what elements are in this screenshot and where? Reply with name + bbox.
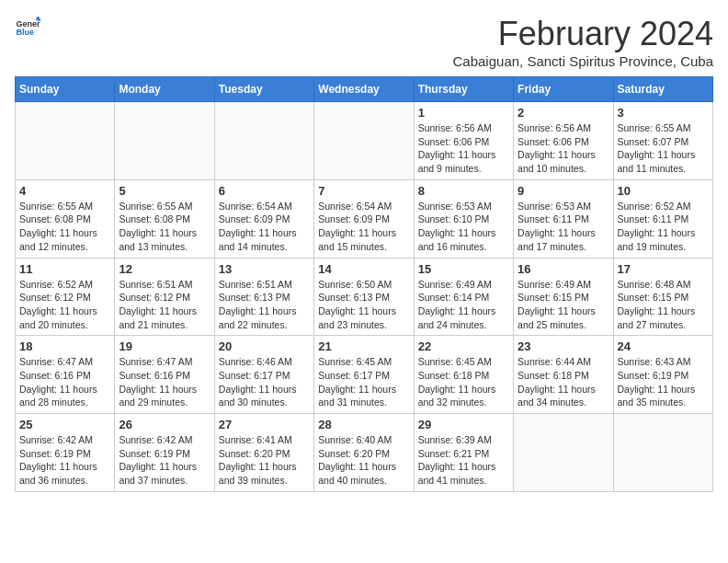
day-number: 12 [119, 262, 210, 276]
day-info: Sunrise: 6:54 AM Sunset: 6:09 PM Dayligh… [318, 200, 409, 254]
day-info: Sunrise: 6:56 AM Sunset: 6:06 PM Dayligh… [518, 121, 609, 176]
day-info: Sunrise: 6:51 AM Sunset: 6:13 PM Dayligh… [219, 278, 310, 332]
day-info: Sunrise: 6:55 AM Sunset: 6:07 PM Dayligh… [618, 121, 709, 176]
calendar-cell: 9Sunrise: 6:53 AM Sunset: 6:11 PM Daylig… [514, 179, 613, 258]
calendar-cell: 1Sunrise: 6:56 AM Sunset: 6:06 PM Daylig… [414, 102, 513, 180]
day-number: 20 [219, 339, 310, 353]
day-info: Sunrise: 6:49 AM Sunset: 6:15 PM Dayligh… [518, 278, 609, 332]
day-info: Sunrise: 6:55 AM Sunset: 6:08 PM Dayligh… [119, 200, 210, 254]
calendar-cell: 19Sunrise: 6:47 AM Sunset: 6:16 PM Dayli… [115, 336, 214, 414]
logo: General Blue [15, 15, 40, 40]
day-info: Sunrise: 6:50 AM Sunset: 6:13 PM Dayligh… [318, 278, 409, 332]
week-row-2: 4Sunrise: 6:55 AM Sunset: 6:08 PM Daylig… [16, 179, 713, 258]
day-info: Sunrise: 6:56 AM Sunset: 6:06 PM Dayligh… [418, 121, 509, 176]
day-info: Sunrise: 6:40 AM Sunset: 6:20 PM Dayligh… [318, 433, 409, 488]
weekday-header-thursday: Thursday [414, 77, 513, 102]
week-row-1: 1Sunrise: 6:56 AM Sunset: 6:06 PM Daylig… [16, 102, 713, 180]
day-number: 13 [219, 262, 310, 276]
day-number: 1 [418, 106, 509, 120]
day-number: 19 [119, 339, 210, 353]
logo-icon: General Blue [15, 15, 40, 40]
day-info: Sunrise: 6:51 AM Sunset: 6:12 PM Dayligh… [119, 278, 210, 332]
day-info: Sunrise: 6:39 AM Sunset: 6:21 PM Dayligh… [418, 433, 509, 488]
day-number: 26 [119, 418, 210, 431]
calendar-cell: 16Sunrise: 6:49 AM Sunset: 6:15 PM Dayli… [514, 258, 613, 336]
calendar-cell: 5Sunrise: 6:55 AM Sunset: 6:08 PM Daylig… [115, 179, 214, 258]
day-number: 8 [418, 184, 509, 198]
calendar-cell: 22Sunrise: 6:45 AM Sunset: 6:18 PM Dayli… [414, 336, 513, 414]
day-info: Sunrise: 6:41 AM Sunset: 6:20 PM Dayligh… [219, 433, 310, 488]
weekday-header-tuesday: Tuesday [214, 77, 313, 102]
day-info: Sunrise: 6:53 AM Sunset: 6:11 PM Dayligh… [518, 200, 609, 254]
day-number: 5 [119, 184, 210, 198]
calendar-cell: 12Sunrise: 6:51 AM Sunset: 6:12 PM Dayli… [115, 258, 214, 336]
calendar-cell: 26Sunrise: 6:42 AM Sunset: 6:19 PM Dayli… [115, 414, 214, 492]
day-info: Sunrise: 6:52 AM Sunset: 6:11 PM Dayligh… [618, 200, 709, 254]
weekday-header-friday: Friday [514, 77, 613, 102]
day-number: 16 [518, 262, 609, 276]
weekday-header-sunday: Sunday [16, 77, 115, 102]
day-info: Sunrise: 6:54 AM Sunset: 6:09 PM Dayligh… [219, 200, 310, 254]
calendar-cell [16, 102, 115, 180]
calendar-cell: 17Sunrise: 6:48 AM Sunset: 6:15 PM Dayli… [613, 258, 712, 336]
calendar-table: SundayMondayTuesdayWednesdayThursdayFrid… [15, 76, 713, 492]
calendar-cell: 29Sunrise: 6:39 AM Sunset: 6:21 PM Dayli… [414, 414, 513, 492]
calendar-cell: 13Sunrise: 6:51 AM Sunset: 6:13 PM Dayli… [214, 258, 313, 336]
calendar-cell [514, 414, 613, 492]
month-title: February 2024 [453, 15, 714, 53]
day-info: Sunrise: 6:48 AM Sunset: 6:15 PM Dayligh… [618, 278, 709, 332]
day-info: Sunrise: 6:42 AM Sunset: 6:19 PM Dayligh… [19, 433, 110, 488]
day-number: 10 [618, 184, 709, 198]
calendar-cell: 4Sunrise: 6:55 AM Sunset: 6:08 PM Daylig… [16, 179, 115, 258]
calendar-cell: 20Sunrise: 6:46 AM Sunset: 6:17 PM Dayli… [214, 336, 313, 414]
header: General Blue February 2024 Cabaiguan, Sa… [15, 15, 713, 69]
calendar-cell: 14Sunrise: 6:50 AM Sunset: 6:13 PM Dayli… [314, 258, 414, 336]
day-number: 27 [219, 418, 310, 431]
week-row-3: 11Sunrise: 6:52 AM Sunset: 6:12 PM Dayli… [16, 258, 713, 336]
day-number: 7 [318, 184, 409, 198]
day-number: 3 [618, 106, 709, 120]
calendar-cell [115, 102, 214, 180]
day-info: Sunrise: 6:53 AM Sunset: 6:10 PM Dayligh… [418, 200, 509, 254]
calendar-cell: 27Sunrise: 6:41 AM Sunset: 6:20 PM Dayli… [214, 414, 313, 492]
day-number: 14 [318, 262, 409, 276]
calendar-cell: 7Sunrise: 6:54 AM Sunset: 6:09 PM Daylig… [314, 179, 414, 258]
day-number: 11 [19, 262, 110, 276]
calendar-cell [314, 102, 414, 180]
calendar-cell: 8Sunrise: 6:53 AM Sunset: 6:10 PM Daylig… [414, 179, 513, 258]
calendar-cell: 6Sunrise: 6:54 AM Sunset: 6:09 PM Daylig… [214, 179, 313, 258]
calendar-cell: 3Sunrise: 6:55 AM Sunset: 6:07 PM Daylig… [613, 102, 712, 180]
calendar-cell: 2Sunrise: 6:56 AM Sunset: 6:06 PM Daylig… [514, 102, 613, 180]
day-number: 6 [219, 184, 310, 198]
day-number: 21 [318, 339, 409, 353]
day-number: 25 [19, 418, 110, 431]
day-info: Sunrise: 6:49 AM Sunset: 6:14 PM Dayligh… [418, 278, 509, 332]
day-number: 23 [518, 339, 609, 353]
day-info: Sunrise: 6:52 AM Sunset: 6:12 PM Dayligh… [19, 278, 110, 332]
day-info: Sunrise: 6:44 AM Sunset: 6:18 PM Dayligh… [518, 355, 609, 409]
day-number: 28 [318, 418, 409, 431]
day-info: Sunrise: 6:47 AM Sunset: 6:16 PM Dayligh… [19, 355, 110, 409]
weekday-header-row: SundayMondayTuesdayWednesdayThursdayFrid… [16, 77, 713, 102]
weekday-header-saturday: Saturday [613, 77, 712, 102]
week-row-5: 25Sunrise: 6:42 AM Sunset: 6:19 PM Dayli… [16, 414, 713, 492]
calendar-cell: 10Sunrise: 6:52 AM Sunset: 6:11 PM Dayli… [613, 179, 712, 258]
svg-text:Blue: Blue [16, 28, 34, 37]
day-number: 18 [19, 339, 110, 353]
day-info: Sunrise: 6:55 AM Sunset: 6:08 PM Dayligh… [19, 200, 110, 254]
weekday-header-wednesday: Wednesday [314, 77, 414, 102]
day-number: 22 [418, 339, 509, 353]
day-info: Sunrise: 6:47 AM Sunset: 6:16 PM Dayligh… [119, 355, 210, 409]
day-number: 24 [618, 339, 709, 353]
week-row-4: 18Sunrise: 6:47 AM Sunset: 6:16 PM Dayli… [16, 336, 713, 414]
day-number: 2 [518, 106, 609, 120]
day-info: Sunrise: 6:46 AM Sunset: 6:17 PM Dayligh… [219, 355, 310, 409]
calendar-cell: 21Sunrise: 6:45 AM Sunset: 6:17 PM Dayli… [314, 336, 414, 414]
calendar-cell [613, 414, 712, 492]
day-number: 4 [19, 184, 110, 198]
day-info: Sunrise: 6:42 AM Sunset: 6:19 PM Dayligh… [119, 433, 210, 488]
location-subtitle: Cabaiguan, Sancti Spiritus Province, Cub… [453, 53, 714, 69]
calendar-cell: 24Sunrise: 6:43 AM Sunset: 6:19 PM Dayli… [613, 336, 712, 414]
svg-text:General: General [16, 19, 40, 29]
calendar-cell: 18Sunrise: 6:47 AM Sunset: 6:16 PM Dayli… [16, 336, 115, 414]
